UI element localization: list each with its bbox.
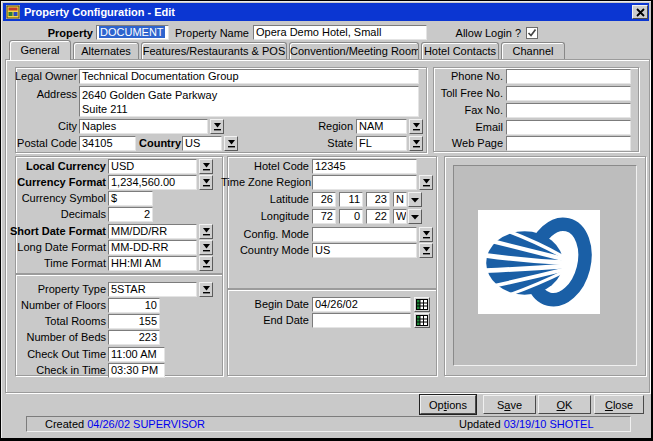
longitude-label: Longitude — [221, 209, 309, 224]
time-format-lov-button[interactable] — [199, 256, 213, 271]
legal-owner-field[interactable]: Technical Documentation Group — [79, 69, 419, 84]
time-format-label: Time Format — [9, 256, 106, 271]
toll-free-no-field[interactable] — [506, 86, 631, 101]
checkmark-icon — [527, 28, 537, 38]
property-type-lov-button[interactable] — [199, 282, 213, 297]
updated-label: Updated — [459, 418, 501, 430]
close-icon[interactable] — [632, 5, 648, 19]
country-field[interactable]: US — [182, 136, 222, 151]
time-format-field[interactable]: HH:MI AM — [108, 256, 197, 271]
property-type-label: Property Type — [9, 282, 106, 297]
city-field[interactable]: Naples — [79, 119, 208, 134]
property-field-selected-text: DOCUMENT — [99, 26, 165, 38]
state-label: State — [295, 136, 353, 151]
hotel-code-field[interactable]: 12345 — [312, 159, 417, 174]
list-of-values-dropdown-icon — [202, 243, 211, 252]
city-lov-button[interactable] — [210, 119, 224, 134]
check-in-time-field[interactable]: 03:30 PM — [108, 363, 165, 378]
close-button[interactable]: Close — [594, 395, 644, 414]
email-field[interactable] — [506, 120, 631, 135]
check-out-time-field[interactable]: 11:00 AM — [108, 347, 165, 362]
end-date-label: End Date — [221, 313, 309, 328]
decimals-field[interactable]: 2 — [108, 207, 153, 222]
status-bar: Created 04/26/02 SUPERVISOR Updated 03/1… — [26, 416, 631, 432]
list-of-values-dropdown-icon — [422, 178, 431, 187]
created-label: Created — [45, 418, 84, 430]
check-out-time-label: Check Out Time — [9, 347, 106, 362]
property-type-field[interactable]: 5STAR — [108, 282, 197, 297]
long-date-format-field[interactable]: MM-DD-RR — [108, 240, 197, 255]
list-of-values-dropdown-icon — [202, 285, 211, 294]
tab-channel[interactable]: Channel — [501, 42, 565, 59]
tab-alternates[interactable]: Alternates — [73, 42, 139, 59]
list-of-values-dropdown-icon — [422, 246, 431, 255]
begin-date-label: Begin Date — [221, 297, 309, 312]
config-mode-lov-button[interactable] — [419, 227, 433, 242]
short-date-format-lov-button[interactable] — [199, 224, 213, 239]
postal-code-field[interactable]: 34105 — [79, 136, 136, 151]
address-line-1: 2640 Golden Gate Parkway — [82, 88, 416, 102]
currency-symbol-field[interactable]: $ — [108, 191, 153, 206]
latitude-minutes-field[interactable]: 11 — [339, 192, 363, 207]
time-zone-region-field[interactable] — [312, 175, 417, 190]
tab-hotel-contacts[interactable]: Hotel Contacts — [421, 42, 499, 59]
hotel-code-label: Hotel Code — [221, 159, 309, 174]
state-field[interactable]: FL — [356, 136, 407, 151]
property-field[interactable]: DOCUMENT — [96, 25, 169, 40]
options-button[interactable]: Options — [420, 395, 476, 414]
tab-convention-meeting-rooms[interactable]: Convention/Meeting Rooms — [289, 42, 419, 59]
short-date-format-field[interactable]: MM/DD/RR — [108, 224, 197, 239]
country-mode-lov-button[interactable] — [419, 243, 433, 258]
property-configuration-window: Property Configuration - Edit Property D… — [0, 0, 653, 441]
config-mode-field[interactable] — [312, 227, 417, 242]
begin-date-calendar-icon[interactable] — [414, 297, 430, 312]
time-zone-region-lov-button[interactable] — [419, 175, 433, 190]
phone-no-label: Phone No. — [437, 69, 503, 84]
local-currency-lov-button[interactable] — [199, 159, 213, 174]
longitude-minutes-field[interactable]: 0 — [339, 209, 363, 224]
fax-no-field[interactable] — [506, 103, 631, 118]
chevron-down-icon — [411, 214, 419, 220]
web-page-field[interactable] — [506, 136, 631, 151]
currency-format-label: Currency Format — [9, 175, 106, 190]
longitude-degrees-field[interactable]: 72 — [312, 209, 336, 224]
fax-no-label: Fax No. — [437, 103, 503, 118]
country-mode-field[interactable]: US — [312, 243, 417, 258]
title-bar: Property Configuration - Edit — [3, 3, 649, 21]
toll-free-no-label: Toll Free No. — [437, 86, 503, 101]
end-date-calendar-icon[interactable] — [414, 313, 430, 328]
long-date-format-lov-button[interactable] — [199, 240, 213, 255]
local-currency-field[interactable]: USD — [108, 159, 197, 174]
region-label: Region — [295, 119, 353, 134]
latitude-seconds-field[interactable]: 23 — [366, 192, 390, 207]
state-lov-button[interactable] — [409, 136, 423, 151]
save-button[interactable]: Save — [483, 395, 536, 414]
longitude-direction-dropdown-button[interactable] — [408, 209, 422, 224]
ok-button[interactable]: OK — [538, 395, 591, 414]
total-rooms-field[interactable]: 155 — [108, 314, 160, 329]
currency-format-field[interactable]: 1,234,560.00 — [108, 175, 197, 190]
latitude-direction-field[interactable]: N — [393, 192, 407, 207]
number-of-beds-field[interactable]: 223 — [108, 330, 160, 345]
phone-no-field[interactable] — [506, 69, 631, 84]
address-label: Address — [15, 87, 77, 102]
allow-login-label: Allow Login ? — [447, 26, 521, 41]
tab-general[interactable]: General — [9, 40, 71, 60]
end-date-field[interactable] — [312, 313, 411, 328]
application-icon — [6, 5, 20, 19]
address-field[interactable]: 2640 Golden Gate Parkway Suite 211 — [79, 86, 419, 117]
longitude-direction-field[interactable]: W — [393, 209, 407, 224]
latitude-direction-dropdown-button[interactable] — [408, 192, 422, 207]
region-lov-button[interactable] — [409, 119, 423, 134]
latitude-degrees-field[interactable]: 26 — [312, 192, 336, 207]
begin-date-field[interactable]: 04/26/02 — [312, 297, 411, 312]
tab-features-restaurants-pos[interactable]: Features/Restaurants & POS — [141, 42, 287, 59]
allow-login-checkbox[interactable] — [526, 27, 538, 39]
created-value: 04/26/02 SUPERVISOR — [87, 418, 205, 430]
region-field[interactable]: NAM — [356, 119, 407, 134]
longitude-seconds-field[interactable]: 22 — [366, 209, 390, 224]
currency-format-lov-button[interactable] — [199, 175, 213, 190]
country-lov-button[interactable] — [224, 136, 238, 151]
property-name-field[interactable]: Opera Demo Hotel, Small — [253, 25, 427, 40]
number-of-floors-field[interactable]: 10 — [108, 298, 160, 313]
